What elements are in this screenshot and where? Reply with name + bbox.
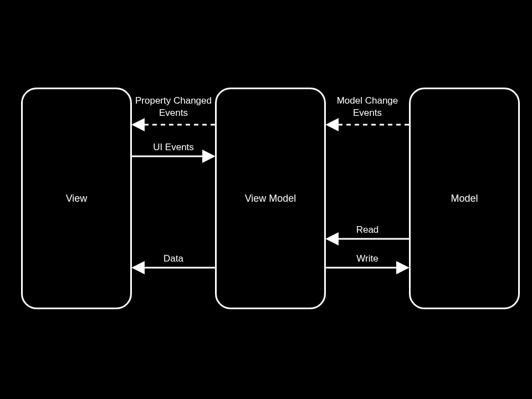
node-view-model-label: View Model <box>245 193 296 204</box>
label-write: Write <box>326 253 409 265</box>
node-model: Model <box>409 88 520 309</box>
label-ui-events: UI Events <box>132 141 215 154</box>
label-property-changed: Property Changed Events <box>132 95 215 119</box>
node-view-model: View Model <box>215 88 326 309</box>
node-view: View <box>21 88 132 309</box>
node-model-label: Model <box>451 193 478 204</box>
node-view-label: View <box>66 193 88 204</box>
label-read: Read <box>326 224 409 236</box>
label-model-change: Model Change Events <box>326 95 409 119</box>
label-data: Data <box>132 253 215 265</box>
